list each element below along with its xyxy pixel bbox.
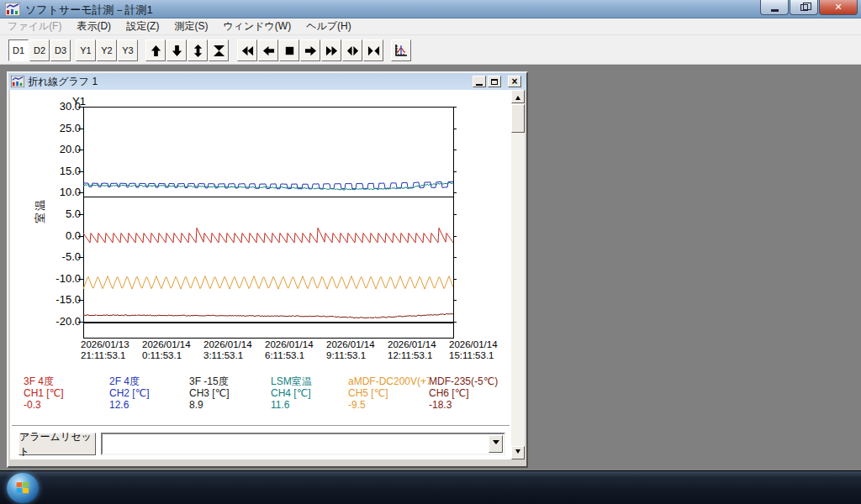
menu-item[interactable]: 表示(D)	[69, 18, 119, 35]
taskbar: e ▶ ◉ A 般 ? CAPS KANA	[0, 470, 861, 504]
x-tick-label: 2026/01/14 0:11:53.1	[142, 339, 203, 361]
graph-settings-button[interactable]	[391, 39, 411, 61]
compress-horizontal-button[interactable]	[363, 39, 383, 61]
windows-logo-icon	[17, 482, 30, 495]
channel-name: aMDF-DC200V(+7	[348, 375, 429, 387]
expand-vertical-button[interactable]	[188, 39, 208, 61]
vertical-scrollbar[interactable]	[511, 90, 525, 459]
menu-item[interactable]: 設定(Z)	[119, 18, 166, 35]
x-tick-label: 2026/01/14 3:11:53.1	[203, 339, 265, 361]
stop-button[interactable]	[279, 39, 299, 61]
y-axis-select-button[interactable]: Y2	[97, 39, 117, 61]
data-select-button[interactable]: D1	[8, 39, 29, 61]
menu-item[interactable]: ウィンドウ(W)	[215, 18, 298, 35]
expand-horizontal-icon	[346, 45, 359, 57]
alarm-combo-box[interactable]	[101, 433, 505, 455]
graph-settings-icon	[394, 44, 408, 57]
channel-value: -18.3	[429, 399, 498, 411]
scroll-up-button[interactable]	[145, 39, 166, 61]
window-title: ソフトサーモ計測－計測1	[25, 3, 153, 18]
x-tick-date: 2026/01/13	[81, 339, 142, 350]
x-tick-label: 2026/01/14 12:11:53.1	[388, 339, 449, 361]
data-select-button[interactable]: D2	[29, 39, 50, 61]
graph-close-icon: ×	[511, 76, 517, 87]
fast-back-button[interactable]	[237, 39, 257, 61]
minimize-icon	[771, 9, 779, 12]
data-select-button[interactable]: D3	[50, 39, 71, 61]
graph-window: 折れ線グラフ 1 × Y1 室温 30.025.020.015.010.05.0…	[7, 71, 528, 468]
channel-id: CH4 [℃]	[271, 387, 348, 399]
chevron-down-icon	[493, 440, 499, 448]
channel-id: CH3 [℃]	[189, 387, 271, 399]
y-axis-select-button[interactable]: Y1	[76, 39, 96, 61]
start-button[interactable]	[7, 473, 39, 503]
x-tick-label: 2026/01/14 6:11:53.1	[265, 339, 326, 361]
menu-item[interactable]: ヘルプ(H)	[298, 18, 359, 35]
channel-id: CH5 [℃]	[348, 387, 429, 399]
x-tick-time: 9:11:53.1	[326, 350, 388, 361]
graph-minimize-button[interactable]	[473, 76, 486, 87]
vertical-scroll-thumb[interactable]	[511, 104, 525, 133]
channel-value: 8.9	[189, 399, 271, 411]
arrow-down-icon	[171, 45, 183, 57]
x-tick-time: 12:11:53.1	[388, 350, 449, 361]
scroll-up-arrow[interactable]	[511, 90, 525, 103]
alarm-combo-dropdown-button[interactable]	[489, 435, 503, 453]
graph-window-title-bar[interactable]: 折れ線グラフ 1	[8, 73, 526, 90]
channel-value: -0.3	[24, 399, 109, 411]
channel-name: 3F -15度	[189, 375, 271, 387]
step-back-button[interactable]	[258, 39, 278, 61]
main-title-bar: ソフトサーモ計測－計測1 ✕	[0, 0, 861, 18]
app-icon	[5, 3, 20, 16]
x-tick-date: 2026/01/14	[449, 339, 510, 350]
stop-icon	[283, 45, 296, 57]
x-axis-labels: 2026/01/13 21:11:53.1 2026/01/14 0:11:53…	[81, 339, 510, 361]
triangle-down-icon	[515, 449, 520, 456]
arrow-left-icon	[262, 45, 275, 57]
fast-back-icon	[241, 45, 254, 57]
mdi-workspace: 折れ線グラフ 1 × Y1 室温 30.025.020.015.010.05.0…	[0, 65, 861, 470]
graph-minimize-icon	[476, 84, 483, 86]
restore-button[interactable]	[790, 0, 818, 15]
y-axis-select-button[interactable]: Y3	[118, 39, 138, 61]
menu-item[interactable]: 測定(S)	[166, 18, 215, 35]
x-tick-date: 2026/01/14	[265, 339, 326, 350]
scroll-down-arrow[interactable]	[511, 446, 525, 459]
channel-name: MDF-235(-5℃)	[429, 375, 498, 387]
compress-vertical-icon	[213, 45, 225, 57]
channel-legend-item: MDF-235(-5℃) CH6 [℃] -18.3	[429, 375, 498, 411]
graph-window-title: 折れ線グラフ 1	[28, 75, 98, 89]
x-tick-time: 0:11:53.1	[142, 350, 203, 361]
x-tick-label: 2026/01/14 9:11:53.1	[326, 339, 388, 361]
expand-horizontal-button[interactable]	[342, 39, 362, 61]
separator	[12, 425, 510, 427]
graph-close-button[interactable]: ×	[508, 76, 521, 87]
graph-window-icon	[11, 76, 24, 87]
x-tick-date: 2026/01/14	[142, 339, 203, 350]
close-button[interactable]: ✕	[819, 0, 858, 15]
fast-forward-icon	[325, 45, 338, 57]
x-tick-date: 2026/01/14	[388, 339, 449, 350]
channel-id: CH2 [℃]	[109, 387, 189, 399]
channel-id: CH1 [℃]	[24, 387, 109, 399]
channel-legend-item: LSM室温 CH4 [℃] 11.6	[271, 375, 348, 411]
channel-id: CH6 [℃]	[429, 387, 498, 399]
compress-vertical-button[interactable]	[209, 39, 229, 61]
alarm-reset-button[interactable]: アラームリセット	[18, 433, 96, 455]
fast-forward-button[interactable]	[321, 39, 341, 61]
restore-icon	[800, 4, 808, 11]
channel-name: LSM室温	[271, 375, 348, 387]
vertical-nav-group	[145, 39, 230, 61]
minimize-button[interactable]	[760, 0, 789, 15]
x-tick-time: 21:11:53.1	[81, 350, 142, 361]
channel-legend: 3F 4度 CH1 [℃] -0.3 2F 4度 CH2 [℃] 12.6 3F…	[24, 375, 511, 411]
step-forward-button[interactable]	[300, 39, 320, 61]
channel-name: 2F 4度	[109, 375, 189, 387]
scroll-down-button[interactable]	[166, 39, 187, 61]
graph-maximize-button[interactable]	[488, 76, 501, 87]
arrow-right-icon	[304, 45, 317, 57]
menu-item[interactable]: ファイル(F)	[0, 18, 69, 35]
channel-value: 11.6	[271, 399, 348, 411]
channel-legend-item: 2F 4度 CH2 [℃] 12.6	[109, 375, 189, 411]
y-axis-select-group: Y1Y2Y3	[76, 39, 139, 61]
